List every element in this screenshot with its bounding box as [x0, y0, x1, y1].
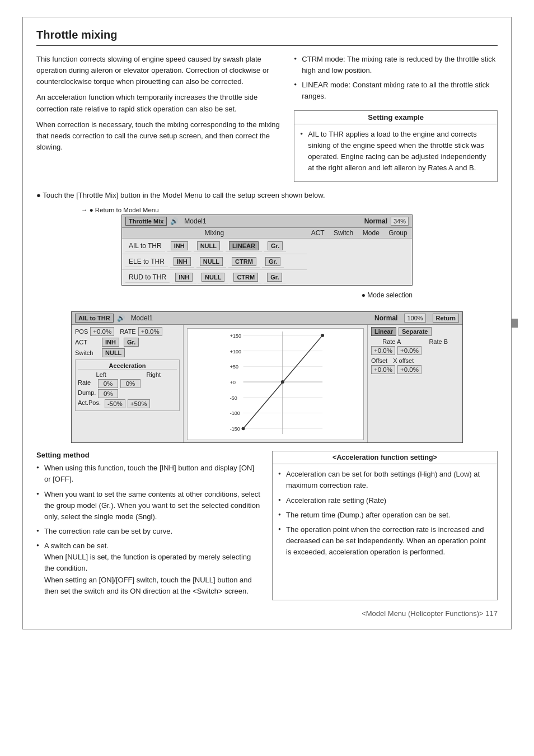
chart-area: +150 +100 +50 +0 -50 -100 -150	[187, 328, 364, 440]
bullet-ctrm: CTRM mode: The mixing rate is reduced by…	[294, 54, 498, 76]
screen2-header: AIL to THR 🔊 Model1 Normal 100% Return	[72, 312, 462, 325]
setting-example-content: AIL to THR applies a load to the engine …	[294, 124, 497, 182]
linear-btn[interactable]: Linear	[371, 327, 396, 336]
row3-act[interactable]: INH	[172, 272, 196, 283]
row2-switch[interactable]: NULL	[196, 256, 226, 268]
switch-label: Switch	[75, 349, 100, 356]
setting-example-box: Setting example AIL to THR applies a loa…	[294, 110, 498, 183]
rate-row-label: Rate	[78, 379, 96, 388]
act-value[interactable]: INH	[102, 338, 119, 347]
setting-method-bullets: When using this function, touch the [INH…	[36, 463, 261, 597]
accel-bullet-1: Acceleration can be set for both setting…	[278, 469, 491, 491]
accel-lr-headers: Left Right	[78, 371, 177, 378]
screen1-throttlemix-btn[interactable]: Throttle Mix	[125, 217, 167, 226]
rate-left[interactable]: 0%	[98, 379, 118, 388]
rate-right[interactable]: 0%	[120, 379, 140, 388]
pos-rate-row: POS +0.0% RATE +0.0%	[75, 327, 180, 336]
xoffset-val[interactable]: +0.0%	[397, 365, 421, 374]
col-act: ACT	[307, 228, 329, 239]
separate-btn[interactable]: Separate	[399, 327, 431, 336]
screen1-table: Mixing ACT Switch Mode Group AIL to THR …	[122, 228, 412, 285]
offset-label: Offset	[371, 357, 387, 364]
pos-label: POS	[75, 328, 88, 335]
screen2-percent: 100%	[404, 314, 425, 323]
row2-group[interactable]: Gr.	[262, 256, 284, 268]
screen2-label-btn[interactable]: AIL to THR	[75, 314, 114, 323]
svg-point-17	[242, 427, 245, 430]
col-mixing: Mixing	[122, 228, 307, 239]
row2-mixing: ELE to THR	[125, 256, 168, 267]
intro-paragraph-2: An acceleration function which temporari…	[36, 92, 280, 114]
rate-b-val[interactable]: +0.0%	[397, 346, 421, 355]
screen1-percent: 34%	[391, 217, 409, 226]
row2-act[interactable]: INH	[170, 256, 194, 268]
svg-point-18	[321, 334, 324, 337]
screen2-model: Model1	[131, 314, 153, 322]
page-container: Throttle mixing This function corrects s…	[22, 17, 512, 629]
row3-switch[interactable]: NULL	[198, 272, 228, 283]
chart-svg: +150 +100 +50 +0 -50 -100 -150	[188, 329, 363, 440]
return-label-text: ● Return to Model Menu	[90, 207, 159, 213]
svg-text:-150: -150	[230, 426, 240, 432]
row1-group[interactable]: Gr.	[264, 240, 286, 252]
screen1-status: Normal	[364, 217, 387, 225]
screen1-wrapper: → ● Return to Model Menu Throttle Mix 🔊 …	[48, 207, 486, 302]
rate-label: RATE	[120, 328, 136, 335]
linear-separate-row: Linear Separate	[371, 327, 459, 336]
actpos-right[interactable]: +50%	[128, 399, 150, 408]
row3-mode[interactable]: CTRM	[230, 272, 261, 283]
row1-mode[interactable]: LINEAR	[226, 240, 262, 252]
bullet-linear: LINEAR mode: Constant mixing rate to all…	[294, 80, 498, 102]
act-label: ACT	[75, 339, 100, 346]
rate-ab-values: +0.0% +0.0%	[371, 346, 459, 355]
accel-bullet-2: Acceleration rate setting (Rate)	[278, 495, 491, 506]
actpos-left[interactable]: -50%	[105, 399, 125, 408]
row3-mixing: RUD to THR	[125, 272, 170, 283]
screen1: Throttle Mix 🔊 Model1 Normal 34% Mixing …	[121, 214, 413, 286]
screen2-chart-panel: +150 +100 +50 +0 -50 -100 -150	[184, 325, 367, 442]
acceleration-content: Acceleration can be set for both setting…	[273, 464, 497, 566]
row1-switch[interactable]: NULL	[194, 240, 223, 252]
feature-bullets: CTRM mode: The mixing rate is reduced by…	[294, 54, 498, 106]
gr-btn[interactable]: Gr.	[124, 338, 139, 347]
acceleration-box: <Acceleration function setting> Accelera…	[272, 451, 498, 600]
screen2: AIL to THR 🔊 Model1 Normal 100% Return P…	[71, 311, 463, 443]
return-label: → ● Return to Model Menu	[81, 207, 159, 213]
accel-bullet-3: The return time (Dump.) after operation …	[278, 510, 491, 521]
intro-paragraph-1: This function corrects slowing of engine…	[36, 54, 280, 87]
setting-method-title: Setting method	[36, 451, 261, 459]
table-row: ELE to THR INH NULL CTRM Gr.	[122, 254, 307, 270]
acceleration-title: <Acceleration function setting>	[273, 451, 497, 464]
screen2-body: POS +0.0% RATE +0.0% ACT INH Gr. Switch …	[72, 325, 462, 442]
offset-values: +0.0% +0.0%	[371, 365, 459, 374]
col-group: Group	[384, 228, 412, 239]
switch-value[interactable]: NULL	[102, 348, 125, 357]
screen2-return-btn[interactable]: Return	[433, 314, 459, 323]
row2-mode[interactable]: CTRM	[228, 256, 260, 268]
svg-point-16	[281, 380, 284, 384]
page-footer: <Model Menu (Helicopter Functions)> 117	[36, 609, 498, 618]
pos-value[interactable]: +0.0%	[90, 327, 114, 336]
col-switch: Switch	[329, 228, 358, 239]
rate-value[interactable]: +0.0%	[138, 327, 162, 336]
screens-section: → ● Return to Model Menu Throttle Mix 🔊 …	[36, 207, 498, 302]
acceleration-section: Acceleration Left Right Rate 0% 0% Dump.…	[75, 360, 180, 411]
right-header: Right	[130, 371, 177, 378]
rate-a-val[interactable]: +0.0%	[371, 346, 395, 355]
mode-selection-text: ● Mode selection	[362, 291, 413, 299]
screen1-header: Throttle Mix 🔊 Model1 Normal 34%	[122, 215, 412, 228]
offset-headers: Offset X offset	[371, 357, 459, 364]
row3-group[interactable]: Gr.	[264, 272, 285, 283]
bottom-section: Setting method When using this function,…	[36, 451, 498, 600]
screen1-model: Model1	[184, 217, 206, 225]
row1-act[interactable]: INH	[167, 240, 191, 252]
svg-text:-100: -100	[230, 411, 240, 417]
dump-val[interactable]: 0%	[98, 389, 118, 398]
offset-val[interactable]: +0.0%	[371, 365, 395, 374]
touch-instruction: ● Touch the [Throttle Mix] button in the…	[36, 190, 498, 201]
intro-paragraph-3: When correction is necessary, touch the …	[36, 119, 280, 153]
rate-row: Rate 0% 0%	[78, 379, 177, 388]
intro-column: This function corrects slowing of engine…	[36, 54, 280, 182]
switch-row: Switch NULL	[75, 348, 180, 357]
svg-text:-50: -50	[230, 395, 237, 401]
